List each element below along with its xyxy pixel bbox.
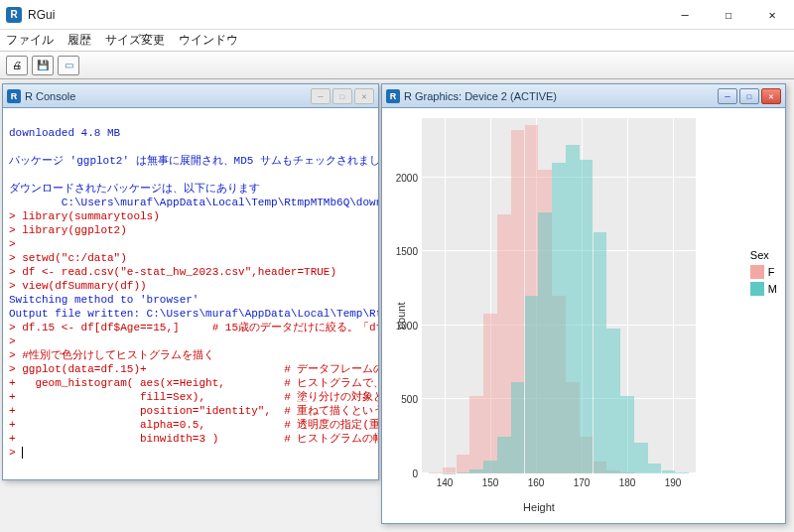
legend-swatch-f [750, 265, 764, 279]
bar-M-147 [469, 469, 483, 473]
bar-M-156 [511, 382, 525, 473]
save-icon[interactable]: 💾 [32, 56, 54, 75]
mdi-client-area: R R Console — ☐ ✕ downloaded 4.8 MB パッケー… [0, 79, 794, 532]
bar-M-177 [606, 329, 620, 473]
bar-M-144 [457, 472, 470, 473]
bar-M-189 [662, 470, 676, 473]
bar-M-174 [594, 232, 607, 473]
main-titlebar: R RGui — ☐ ✕ [0, 0, 794, 30]
print-icon[interactable]: 🖨 [6, 56, 28, 75]
console-close-button[interactable]: ✕ [354, 88, 374, 104]
r-console-window[interactable]: R R Console — ☐ ✕ downloaded 4.8 MB パッケー… [2, 83, 379, 480]
bar-M-159 [525, 296, 539, 473]
close-button[interactable]: ✕ [750, 0, 794, 29]
r-graphics-window[interactable]: R R Graphics: Device 2 (ACTIVE) — ☐ ✕ 05… [381, 83, 786, 524]
plot-canvas: 0500100015002000140150160170180190 count… [382, 108, 785, 523]
bar-F-153 [497, 214, 511, 473]
legend-swatch-m [750, 282, 764, 296]
text-cursor [22, 447, 23, 459]
x-axis-label: Height [523, 501, 555, 513]
legend: Sex F M [750, 249, 777, 299]
bar-M-168 [566, 145, 580, 473]
graphics-titlebar[interactable]: R R Graphics: Device 2 (ACTIVE) — ☐ ✕ [382, 84, 785, 108]
bar-M-186 [648, 464, 662, 473]
console-minimize-button[interactable]: — [311, 88, 331, 104]
maximize-button[interactable]: ☐ [707, 0, 750, 29]
bar-M-192 [675, 472, 689, 473]
graphics-maximize-button[interactable]: ☐ [739, 88, 759, 104]
r-app-icon: R [6, 7, 22, 23]
graphics-close-button[interactable]: ✕ [761, 88, 781, 104]
console-title: R Console [25, 90, 307, 102]
menu-windows[interactable]: ウインドウ [179, 32, 238, 49]
bar-M-183 [634, 443, 648, 473]
bar-F-147 [469, 396, 483, 473]
console-titlebar[interactable]: R R Console — ☐ ✕ [3, 84, 378, 108]
y-axis-label: count [395, 303, 407, 330]
bar-M-150 [483, 461, 497, 473]
legend-title: Sex [750, 249, 777, 261]
bar-M-153 [497, 437, 511, 473]
bar-M-165 [552, 163, 566, 473]
legend-item-m: M [750, 282, 777, 296]
bar-F-138 [429, 472, 443, 473]
window-icon[interactable]: ▭ [58, 56, 79, 75]
menu-bar: ファイル 履歴 サイズ変更 ウインドウ [0, 30, 794, 52]
bar-M-162 [538, 212, 552, 473]
plot-panel: 0500100015002000140150160170180190 [422, 118, 696, 473]
toolbar: 🖨 💾 ▭ [0, 52, 794, 79]
menu-resize[interactable]: サイズ変更 [105, 32, 165, 49]
menu-file[interactable]: ファイル [6, 32, 54, 49]
bar-M-180 [620, 396, 634, 473]
bar-M-171 [580, 160, 594, 473]
main-window-title: RGui [28, 8, 663, 22]
r-graphics-icon: R [386, 89, 400, 103]
graphics-minimize-button[interactable]: — [718, 88, 737, 104]
r-console-icon: R [7, 89, 21, 103]
console-maximize-button[interactable]: ☐ [332, 88, 352, 104]
legend-item-f: F [750, 265, 777, 279]
bar-F-144 [457, 455, 470, 473]
minimize-button[interactable]: — [663, 0, 707, 29]
bar-F-150 [483, 314, 497, 473]
graphics-title: R Graphics: Device 2 (ACTIVE) [404, 90, 714, 102]
menu-history[interactable]: 履歴 [67, 32, 91, 49]
console-text-area[interactable]: downloaded 4.8 MB パッケージ 'ggplot2' は無事に展開… [3, 108, 378, 477]
